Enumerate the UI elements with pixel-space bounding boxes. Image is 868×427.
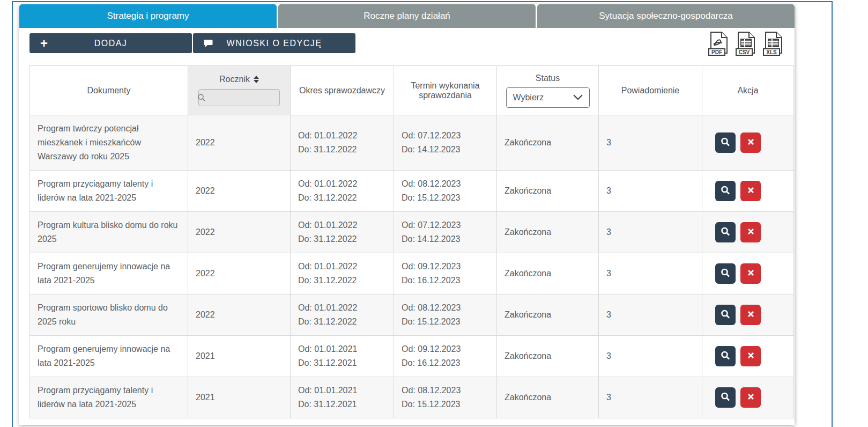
view-button[interactable]: [715, 181, 736, 201]
view-button[interactable]: [715, 263, 736, 284]
status-filter-value: Wybierz: [513, 93, 544, 102]
document-cell: Program kultura blisko domu do roku 2025: [30, 212, 188, 253]
action-cell: [702, 171, 794, 212]
tab-strategia-i-programy[interactable]: Strategia i programy: [19, 4, 277, 28]
x-icon: [747, 138, 755, 148]
status-cell: Zakończona: [497, 253, 599, 295]
notification-cell: 3: [599, 253, 702, 295]
view-button[interactable]: [715, 387, 736, 408]
header-notification: Powiadomienie: [599, 66, 702, 115]
speech-bubble-icon: [204, 39, 213, 48]
year-cell: 2022: [188, 295, 291, 336]
tab-sytuacja-spoleczno-gospodarcza[interactable]: Sytuacja społeczno-gospodarcza: [537, 4, 795, 28]
action-cell: [702, 212, 794, 253]
add-button-label: DODAJ: [94, 39, 128, 48]
magnifier-icon: [720, 392, 731, 404]
delete-button[interactable]: [740, 222, 761, 242]
tab-roczne-plany-dzialan[interactable]: Roczne plany działań: [278, 4, 536, 28]
delete-button[interactable]: [740, 346, 761, 366]
magnifier-icon: [720, 350, 731, 363]
status-filter-select[interactable]: Wybierz: [506, 87, 590, 108]
notification-cell: 3: [599, 212, 702, 253]
deadline-cell: Od: 09.12.2023 Do: 16.12.2023: [394, 253, 497, 295]
export-csv-button[interactable]: CSV: [735, 31, 757, 57]
document-cell: Program generujemy innowacje na lata 202…: [30, 253, 188, 295]
period-cell: Od: 01.01.2021 Do: 31.12.2021: [291, 336, 394, 377]
action-cell: [702, 295, 794, 336]
status-cell: Zakończona: [497, 377, 599, 418]
notification-cell: 3: [599, 336, 702, 377]
notification-cell: 3: [599, 171, 702, 212]
year-cell: 2022: [188, 212, 291, 253]
xls-file-icon: XLS: [762, 31, 784, 57]
magnifier-icon: [720, 226, 731, 239]
view-button[interactable]: [715, 346, 736, 366]
deadline-cell: Od: 08.12.2023 Do: 15.12.2023: [394, 171, 497, 212]
delete-button[interactable]: [740, 305, 761, 325]
add-button[interactable]: + DODAJ: [29, 33, 192, 53]
deadline-cell: Od: 07.12.2023 Do: 14.12.2023: [394, 212, 497, 253]
view-button[interactable]: [715, 305, 736, 325]
x-icon: [747, 393, 755, 402]
plus-icon: +: [40, 37, 49, 50]
year-cell: 2022: [188, 253, 291, 295]
table-row: Program twórczy potencjał mieszkanek i m…: [30, 115, 794, 171]
view-button[interactable]: [715, 132, 736, 153]
year-search-input[interactable]: [198, 89, 280, 106]
deadline-cell: Od: 07.12.2023 Do: 14.12.2023: [394, 115, 497, 171]
edit-requests-label: WNIOSKI O EDYCJĘ: [227, 39, 322, 48]
header-year-label[interactable]: Rocznik: [219, 75, 250, 84]
header-deadline: Termin wykonania sprawozdania: [394, 66, 497, 115]
year-cell: 2021: [188, 377, 291, 418]
delete-button[interactable]: [740, 132, 761, 153]
magnifier-icon: [720, 185, 731, 197]
pdf-file-icon: PDF: [707, 31, 730, 57]
header-status: Status Wybierz: [497, 66, 599, 115]
x-icon: [747, 269, 755, 278]
x-icon: [747, 351, 755, 361]
svg-text:XLS: XLS: [766, 49, 777, 55]
export-xls-button[interactable]: XLS: [762, 31, 784, 57]
toolbar: + DODAJ WNIOSKI O EDYCJĘ: [19, 28, 795, 64]
search-icon: [197, 93, 206, 104]
export-pdf-button[interactable]: PDF: [707, 31, 730, 57]
delete-button[interactable]: [740, 181, 761, 201]
delete-button[interactable]: [740, 387, 761, 408]
status-cell: Zakończona: [497, 336, 599, 377]
table-row: Program generujemy innowacje na lata 202…: [30, 336, 794, 377]
sort-icon[interactable]: [254, 76, 259, 83]
header-action: Akcja: [702, 66, 794, 115]
status-cell: Zakończona: [497, 171, 599, 212]
notification-cell: 3: [599, 115, 702, 171]
period-cell: Od: 01.01.2022 Do: 31.12.2022: [291, 212, 394, 253]
table-body: Program twórczy potencjał mieszkanek i m…: [30, 115, 794, 418]
table-row: Program kultura blisko domu do roku 2025…: [30, 212, 794, 253]
table-header-row: Dokumenty Rocznik: [30, 66, 794, 115]
export-buttons: PDF CSV: [707, 31, 784, 57]
document-cell: Program twórczy potencjał mieszkanek i m…: [30, 115, 188, 171]
status-cell: Zakończona: [497, 295, 599, 336]
header-year: Rocznik: [188, 66, 291, 115]
view-button[interactable]: [715, 222, 736, 242]
document-cell: Program przyciągamy talenty i liderów na…: [30, 171, 188, 212]
notification-cell: 3: [599, 377, 702, 418]
action-cell: [702, 115, 794, 171]
x-icon: [747, 310, 755, 320]
year-cell: 2021: [188, 336, 291, 377]
table-row: Program przyciągamy talenty i liderów na…: [30, 171, 794, 212]
action-cell: [702, 377, 794, 418]
year-cell: 2022: [188, 171, 291, 212]
action-cell: [702, 253, 794, 295]
magnifier-icon: [720, 268, 731, 280]
x-icon: [747, 227, 755, 237]
edit-requests-button[interactable]: WNIOSKI O EDYCJĘ: [193, 33, 355, 53]
chevron-down-icon: [573, 94, 583, 100]
period-cell: Od: 01.01.2022 Do: 31.12.2022: [291, 253, 394, 295]
tab-label: Roczne plany działań: [363, 11, 450, 21]
delete-button[interactable]: [740, 263, 761, 284]
action-cell: [702, 336, 794, 377]
period-cell: Od: 01.01.2022 Do: 31.12.2022: [291, 295, 394, 336]
year-cell: 2022: [188, 115, 291, 171]
tab-label: Sytuacja społeczno-gospodarcza: [599, 11, 732, 21]
header-period: Okres sprawozdawczy: [291, 66, 394, 115]
